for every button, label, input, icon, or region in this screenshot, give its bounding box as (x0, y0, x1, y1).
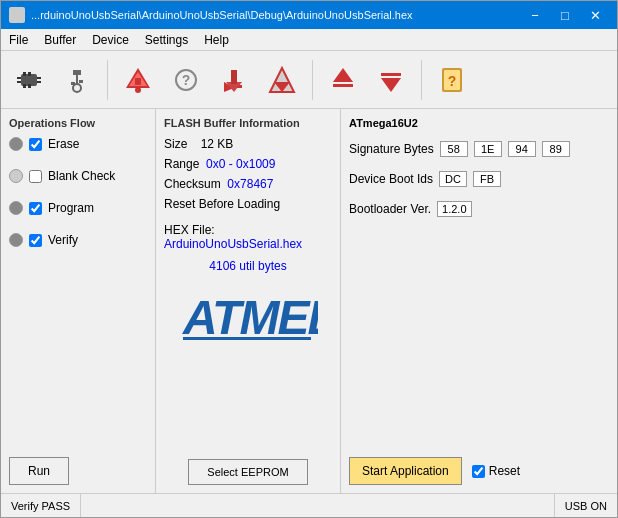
flash-size-row: Size 12 KB (164, 137, 332, 151)
hex-file-value[interactable]: ArduinoUnoUsbSerial.hex (164, 237, 302, 251)
flash-checksum-label: Checksum (164, 177, 221, 191)
util-bytes-row: 4106 util bytes (164, 259, 332, 273)
svg-rect-29 (381, 73, 401, 76)
svg-rect-23 (231, 70, 237, 84)
svg-rect-2 (28, 72, 31, 76)
bootloader-label: Bootloader Ver. (349, 202, 431, 216)
boot-id-value-1: FB (473, 171, 501, 187)
svg-marker-28 (333, 68, 353, 82)
select-eeprom-area: Select EEPROM (164, 459, 332, 485)
open-chip-icon (13, 64, 45, 96)
blank-check-checkbox[interactable] (29, 170, 42, 183)
verify-status-indicator (9, 233, 23, 247)
program-status-indicator (9, 201, 23, 215)
boot-id-value-0: DC (439, 171, 467, 187)
program-checkbox[interactable] (29, 202, 42, 215)
app-icon (9, 7, 25, 23)
verify-checkbox[interactable] (29, 234, 42, 247)
menu-item-help[interactable]: Help (196, 31, 237, 49)
verify-toolbar-button[interactable] (260, 58, 304, 102)
read-toolbar-icon (327, 64, 359, 96)
menu-bar: FileBufferDeviceSettingsHelp (1, 29, 617, 51)
write-toolbar-icon (375, 64, 407, 96)
atmega-panel-title: ATmega16U2 (349, 117, 609, 129)
write-toolbar-button[interactable] (369, 58, 413, 102)
open-chip-button[interactable] (7, 58, 51, 102)
menu-item-device[interactable]: Device (84, 31, 137, 49)
signature-value-3: 89 (542, 141, 570, 157)
menu-item-settings[interactable]: Settings (137, 31, 196, 49)
util-bytes-value: 4106 util bytes (209, 259, 286, 273)
flash-range-label: Range (164, 157, 199, 171)
maximize-button[interactable]: □ (551, 4, 579, 26)
select-eeprom-button[interactable]: Select EEPROM (188, 459, 308, 485)
reset-checkbox[interactable] (472, 465, 485, 478)
toolbar: ? (1, 51, 617, 109)
title-bar-controls: − □ ✕ (521, 4, 609, 26)
program-toolbar-button[interactable] (212, 58, 256, 102)
help-toolbar-button[interactable]: ? (430, 58, 474, 102)
boot-ids-row: Device Boot Ids DC FB (349, 171, 609, 187)
atmel-logo: ATMEL (164, 289, 332, 344)
run-button[interactable]: Run (9, 457, 69, 485)
read-toolbar-button[interactable] (321, 58, 365, 102)
status-bar: Verify PASS USB ON (1, 493, 617, 517)
menu-item-buffer[interactable]: Buffer (36, 31, 84, 49)
usb-button[interactable] (55, 58, 99, 102)
operations-panel-title: Operations Flow (9, 117, 147, 129)
run-button-area: Run (9, 449, 147, 485)
atmega-panel: ATmega16U2 Signature Bytes 58 1E 94 89 D… (341, 109, 617, 493)
svg-point-11 (73, 84, 81, 92)
blank-toolbar-button[interactable]: ? (164, 58, 208, 102)
hex-file-row: HEX File: ArduinoUnoUsbSerial.hex (164, 223, 332, 251)
status-left: Verify PASS (1, 494, 81, 517)
title-bar: ...rduinoUnoUsbSerial\ArduinoUnoUsbSeria… (1, 1, 617, 29)
flash-checksum-value[interactable]: 0x78467 (227, 177, 273, 191)
operations-panel: Operations Flow Erase Blank Check Progra… (1, 109, 156, 493)
flash-range-row: Range 0x0 - 0x1009 (164, 157, 332, 171)
signature-label: Signature Bytes (349, 142, 434, 156)
signature-value-1: 1E (474, 141, 502, 157)
signature-row: Signature Bytes 58 1E 94 89 (349, 141, 609, 157)
erase-toolbar-button[interactable] (116, 58, 160, 102)
erase-checkbox[interactable] (29, 138, 42, 151)
flash-size-value: 12 KB (201, 137, 234, 151)
svg-rect-1 (23, 72, 26, 76)
svg-rect-4 (28, 84, 31, 88)
menu-item-file[interactable]: File (1, 31, 36, 49)
svg-rect-5 (17, 77, 21, 79)
erase-op-item: Erase (9, 137, 147, 151)
svg-rect-8 (37, 81, 41, 83)
flash-range-value[interactable]: 0x0 - 0x1009 (206, 157, 275, 171)
svg-rect-6 (17, 81, 21, 83)
flash-panel-title: FLASH Buffer Information (164, 117, 332, 129)
svg-rect-9 (73, 70, 81, 75)
flash-reset-label: Reset Before Loading (164, 197, 280, 211)
blank-check-status-indicator (9, 169, 23, 183)
erase-label: Erase (48, 137, 79, 151)
verify-label: Verify (48, 233, 78, 247)
status-right: USB ON (554, 494, 617, 517)
usb-icon (61, 64, 93, 96)
reset-label: Reset (489, 464, 520, 478)
main-window: ...rduinoUnoUsbSerial\ArduinoUnoUsbSeria… (0, 0, 618, 518)
main-content: Operations Flow Erase Blank Check Progra… (1, 109, 617, 493)
flash-size-label: Size (164, 137, 187, 151)
minimize-button[interactable]: − (521, 4, 549, 26)
svg-rect-35 (183, 337, 311, 340)
program-op-item: Program (9, 201, 147, 215)
bootloader-row: Bootloader Ver. 1.2.0 (349, 201, 609, 217)
erase-status-indicator (9, 137, 23, 151)
title-bar-left: ...rduinoUnoUsbSerial\ArduinoUnoUsbSeria… (9, 7, 413, 23)
toolbar-sep-3 (421, 60, 422, 100)
signature-value-2: 94 (508, 141, 536, 157)
blank-check-label: Blank Check (48, 169, 115, 183)
signature-value-0: 58 (440, 141, 468, 157)
verify-toolbar-icon (266, 64, 298, 96)
svg-rect-7 (37, 77, 41, 79)
reset-checkbox-area: Reset (472, 464, 520, 478)
svg-rect-16 (135, 78, 141, 85)
start-application-button[interactable]: Start Application (349, 457, 462, 485)
close-button[interactable]: ✕ (581, 4, 609, 26)
help-toolbar-icon: ? (436, 64, 468, 96)
